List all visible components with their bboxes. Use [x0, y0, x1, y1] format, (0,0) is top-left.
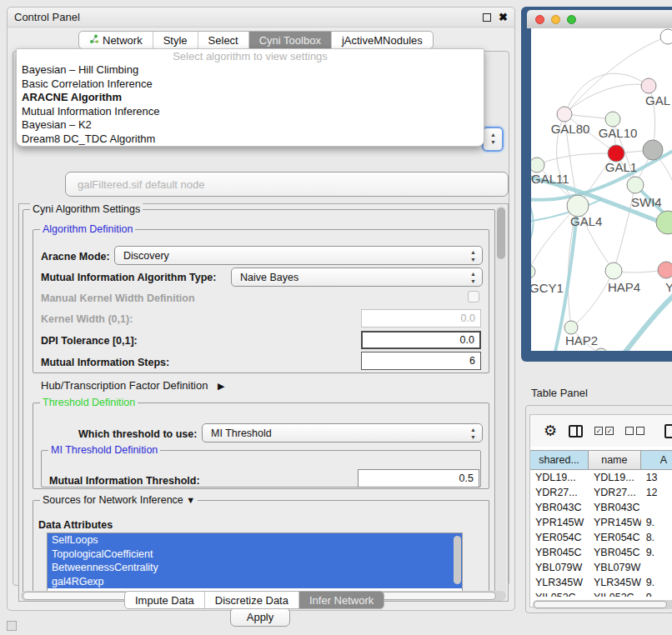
table-row[interactable]: YDL19...YDL19...13	[530, 470, 672, 485]
table-cell: YDR27...	[589, 485, 641, 500]
tab-impute-data[interactable]: Impute Data	[125, 592, 205, 608]
dropdown-item[interactable]: Basic Correlation Inference	[17, 78, 484, 92]
table-row[interactable]: YPR145WYPR145W9.	[530, 515, 672, 530]
table-cell: YDL19...	[530, 470, 589, 485]
select-all-checkboxes-icon[interactable]: ✓✓	[594, 427, 614, 435]
attribute-list-item[interactable]: TopologicalCoefficient	[48, 548, 462, 562]
apply-button[interactable]: Apply	[230, 608, 290, 627]
sources-group-title[interactable]: Sources for Network Inference ▼	[40, 494, 198, 506]
aracne-mode-combobox[interactable]: Discovery ▲▼	[114, 246, 483, 265]
network-node[interactable]	[656, 211, 672, 234]
table-cell: YDL19...	[589, 470, 641, 485]
table-row[interactable]: YBR045CYBR045C9.	[530, 545, 672, 560]
network-node-gal10[interactable]	[605, 112, 620, 127]
mi-algorithm-type-combobox[interactable]: Naive Bayes ▲▼	[231, 268, 483, 287]
network-node[interactable]	[643, 140, 663, 160]
network-edge[interactable]	[564, 73, 649, 114]
tab-select[interactable]: Select	[198, 32, 249, 48]
which-threshold-combobox[interactable]: MI Threshold ▲▼	[202, 423, 483, 442]
network-node-swi4[interactable]	[627, 177, 644, 193]
table-row[interactable]: YER054CYER054C8.	[530, 530, 672, 545]
attribute-list-item[interactable]: gal4RGexp	[48, 575, 462, 589]
table-horizontal-scrollbar[interactable]	[533, 600, 672, 609]
table-cell: YIL052C	[530, 590, 589, 597]
node-label: GCY1	[531, 281, 564, 295]
table-row[interactable]: YLR345WYLR345W9.	[530, 575, 672, 590]
attribute-list-item[interactable]: SelfLoops	[48, 533, 462, 548]
settings-gear-icon[interactable]: ⚙	[544, 422, 557, 440]
tab-discretize-data[interactable]: Discretize Data	[205, 592, 299, 608]
scrollbar-thumb[interactable]	[497, 208, 505, 259]
close-icon[interactable]: ✖	[499, 13, 508, 22]
network-node-gal1[interactable]	[608, 145, 624, 162]
table-cell: YDR27...	[530, 485, 589, 500]
algorithm-combobox-arrow[interactable]: ▲▼	[482, 127, 504, 152]
hub-definition-expander[interactable]: Hub/Transcription Factor Definition ▶	[41, 379, 224, 392]
dropdown-item[interactable]: Dream8 DC_TDC Algorithm	[17, 132, 484, 147]
network-node-hap4[interactable]	[605, 262, 622, 279]
float-window-icon[interactable]	[483, 13, 491, 22]
network-node-gcy1[interactable]	[531, 265, 535, 278]
tab-style[interactable]: Style	[153, 32, 198, 48]
network-node-gal80[interactable]	[557, 107, 572, 122]
group-title: Threshold Definition	[40, 397, 138, 408]
node-label: GAL10	[599, 126, 638, 140]
settings-vertical-scrollbar[interactable]	[496, 206, 506, 599]
dpi-tolerance-field[interactable]: 0.0	[361, 331, 481, 349]
table-row[interactable]: YBL079WYBL079W	[530, 560, 672, 575]
list-vertical-scrollbar[interactable]	[454, 536, 461, 584]
dpi-tolerance-value: 0.0	[460, 334, 474, 346]
network-edge-highlighted[interactable]	[531, 200, 534, 247]
collapsed-panel-icon[interactable]	[7, 621, 17, 631]
dropdown-placeholder: Select algorithm to view settings	[17, 50, 484, 63]
network-node-hap2[interactable]	[564, 321, 578, 334]
network-selector-combobox[interactable]: galFiltered.sif default node	[65, 172, 509, 197]
split-columns-icon[interactable]	[569, 425, 583, 438]
network-edge[interactable]	[537, 153, 616, 165]
data-attributes-label: Data Attributes	[38, 519, 113, 531]
dropdown-item[interactable]: ARACNE Algorithm	[17, 91, 484, 105]
algorithm-dropdown-list: Select algorithm to view settings Bayesi…	[16, 48, 484, 147]
tab-cyni-toolbox[interactable]: Cyni Toolbox	[249, 32, 332, 48]
which-threshold-value: MI Threshold	[211, 428, 272, 439]
table-cell: YBR043C	[530, 500, 589, 515]
column-header[interactable]: name	[589, 450, 641, 470]
network-edge-highlighted[interactable]	[623, 293, 672, 351]
column-header[interactable]: A	[641, 450, 672, 470]
dropdown-item[interactable]: Bayesian – Hill Climbing	[17, 63, 484, 78]
dropdown-item[interactable]: Mutual Information Inference	[17, 105, 484, 119]
network-node[interactable]	[594, 348, 608, 351]
dropdown-item[interactable]: Bayesian – K2	[17, 118, 484, 132]
mi-threshold-field[interactable]: 0.5	[358, 469, 479, 488]
network-canvas[interactable]: GALGAL80GAL10GAL1GAL11SWI4GAL4GCY1HAP4YH…	[531, 28, 672, 351]
zoom-traffic-light-icon[interactable]	[567, 15, 576, 24]
table-row[interactable]: YBR043CYBR043C	[530, 500, 672, 515]
document-icon[interactable]	[664, 424, 672, 438]
data-attributes-list[interactable]: SelfLoopsTopologicalCoefficientBetweenne…	[47, 532, 463, 592]
column-header[interactable]: shared...	[530, 450, 589, 470]
kernel-width-field[interactable]: 0.0	[361, 309, 481, 328]
tab-jactivemnodules[interactable]: jActiveMNodules	[332, 32, 433, 48]
table-cell: YBL079W	[530, 560, 589, 575]
tab-infer-network[interactable]: Infer Network	[299, 592, 384, 608]
table-row[interactable]: YIL052CYIL052C9	[530, 590, 672, 597]
scrollbar-thumb[interactable]	[534, 601, 667, 608]
close-traffic-light-icon[interactable]	[535, 15, 544, 24]
mi-steps-field[interactable]: 6	[361, 352, 481, 370]
network-node[interactable]	[660, 29, 672, 44]
tab-network[interactable]: Network	[79, 32, 153, 48]
attribute-list-item[interactable]: BetweennessCentrality	[48, 561, 462, 575]
kernel-width-label: Kernel Width (0,1):	[41, 313, 133, 325]
table-cell: 8.	[641, 530, 672, 545]
network-node-y[interactable]	[658, 262, 672, 278]
deselect-all-checkboxes-icon[interactable]	[625, 427, 644, 435]
tab-label: Discretize Data	[215, 594, 288, 607]
manual-kernel-width-checkbox[interactable]	[468, 291, 479, 302]
kernel-width-value: 0.0	[461, 312, 475, 324]
table-row[interactable]: YDR27...YDR27...12	[530, 485, 672, 500]
network-node-gal11[interactable]	[531, 158, 544, 172]
minimize-traffic-light-icon[interactable]	[551, 15, 560, 24]
network-edge[interactable]	[564, 84, 649, 114]
network-node-gal[interactable]	[641, 78, 656, 93]
mi-algorithm-type-label: Mutual Information Algorithm Type:	[41, 272, 216, 283]
